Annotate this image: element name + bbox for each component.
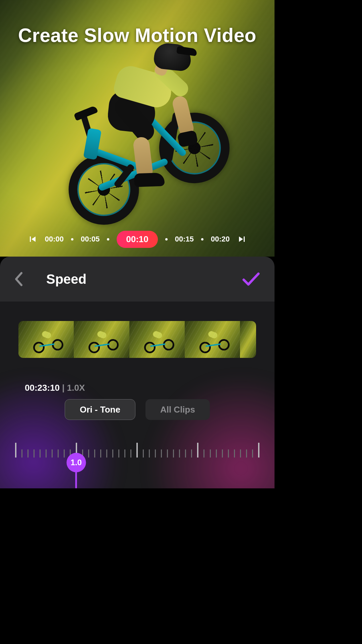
speed-value-bubble: 1.0 [66, 453, 86, 472]
speed-handle-stem [75, 472, 77, 488]
title-part-3: Video [204, 24, 256, 46]
page-title: Create Slow Motion Video [0, 24, 275, 46]
speed-option-buttons: Ori - Tone All Clips [0, 399, 275, 420]
panel-header: Speed [0, 257, 275, 302]
panel-title: Speed [46, 272, 86, 287]
time-mark-current[interactable]: 00:10 [117, 231, 158, 248]
svg-rect-0 [30, 236, 31, 242]
confirm-button[interactable] [242, 272, 260, 286]
clip-info: 00:23:10 | 1.0X [25, 383, 275, 393]
time-mark-3[interactable]: 00:15 [175, 235, 194, 244]
skip-previous-icon [29, 235, 37, 243]
chevron-left-icon [13, 271, 24, 287]
time-mark-4[interactable]: 00:20 [211, 235, 230, 244]
clip-duration: 00:23:10 [25, 383, 60, 393]
time-separator-dot [201, 238, 203, 240]
back-button[interactable] [13, 271, 24, 287]
time-separator-dot [71, 238, 73, 240]
clip-strip[interactable] [18, 321, 256, 358]
all-clips-button[interactable]: All Clips [145, 399, 210, 420]
clip-thumbnail [18, 321, 74, 358]
clip-rate: 1.0X [67, 383, 85, 393]
clip-thumbnail [240, 321, 256, 358]
clip-separator: | [60, 383, 67, 393]
title-part-1: Create [18, 24, 78, 46]
time-separator-dot [107, 238, 109, 240]
svg-rect-1 [244, 236, 245, 242]
ori-tone-button[interactable]: Ori - Tone [65, 399, 135, 420]
panel-body: 00:23:10 | 1.0X 0.1X 1X 2X 5X 10X 1.0 Or… [0, 302, 275, 488]
time-mark-1[interactable]: 00:05 [81, 235, 100, 244]
time-mark-0[interactable]: 00:00 [45, 235, 64, 244]
time-separator-dot [165, 238, 168, 240]
step-back-button[interactable] [28, 234, 38, 244]
step-forward-button[interactable] [237, 234, 246, 244]
speed-slider-handle[interactable]: 1.0 [0, 453, 214, 488]
clip-thumbnail [185, 321, 240, 358]
skip-next-icon [238, 235, 246, 243]
check-icon [242, 272, 260, 286]
clip-thumbnail [129, 321, 185, 358]
preview-timeline: 00:00 00:05 00:10 00:15 00:20 [0, 231, 275, 248]
video-preview[interactable]: Create Slow Motion Video 00:00 00:05 00:… [0, 0, 275, 257]
clip-thumbnail [74, 321, 129, 358]
title-part-2: Slow Motion [78, 24, 204, 46]
speed-panel: Speed [0, 257, 275, 488]
speed-label-4: 10X [243, 487, 259, 488]
